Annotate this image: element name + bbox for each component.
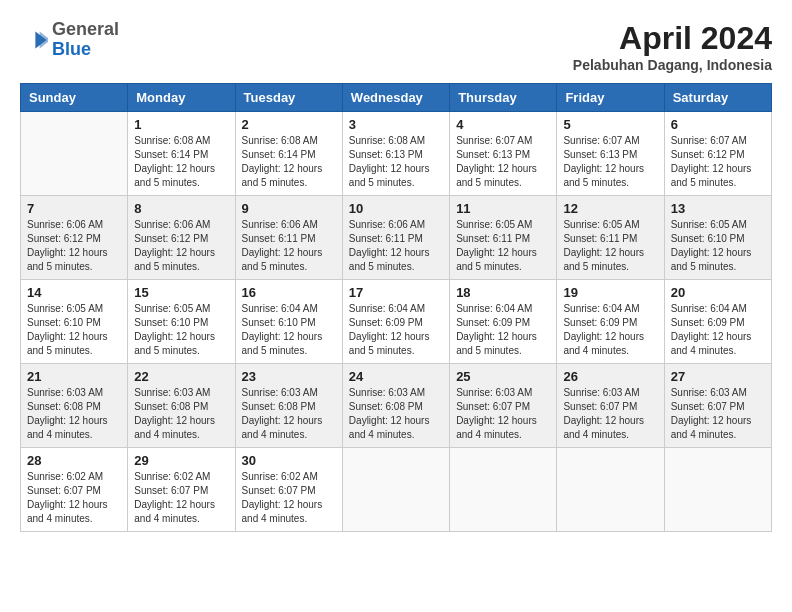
calendar-cell: 24Sunrise: 6:03 AM Sunset: 6:08 PM Dayli… <box>342 364 449 448</box>
day-info: Sunrise: 6:02 AM Sunset: 6:07 PM Dayligh… <box>134 470 228 526</box>
day-info: Sunrise: 6:04 AM Sunset: 6:09 PM Dayligh… <box>671 302 765 358</box>
day-info: Sunrise: 6:05 AM Sunset: 6:11 PM Dayligh… <box>563 218 657 274</box>
day-number: 15 <box>134 285 228 300</box>
logo: General Blue <box>20 20 119 60</box>
day-number: 26 <box>563 369 657 384</box>
calendar-cell: 6Sunrise: 6:07 AM Sunset: 6:12 PM Daylig… <box>664 112 771 196</box>
month-title: April 2024 <box>573 20 772 57</box>
day-number: 22 <box>134 369 228 384</box>
day-number: 1 <box>134 117 228 132</box>
day-number: 25 <box>456 369 550 384</box>
day-number: 12 <box>563 201 657 216</box>
day-number: 14 <box>27 285 121 300</box>
logo-text: General Blue <box>52 20 119 60</box>
day-info: Sunrise: 6:08 AM Sunset: 6:14 PM Dayligh… <box>134 134 228 190</box>
calendar-cell <box>450 448 557 532</box>
calendar-cell: 16Sunrise: 6:04 AM Sunset: 6:10 PM Dayli… <box>235 280 342 364</box>
day-number: 10 <box>349 201 443 216</box>
calendar-cell: 8Sunrise: 6:06 AM Sunset: 6:12 PM Daylig… <box>128 196 235 280</box>
day-number: 3 <box>349 117 443 132</box>
calendar-cell: 15Sunrise: 6:05 AM Sunset: 6:10 PM Dayli… <box>128 280 235 364</box>
day-info: Sunrise: 6:07 AM Sunset: 6:13 PM Dayligh… <box>563 134 657 190</box>
calendar-cell: 20Sunrise: 6:04 AM Sunset: 6:09 PM Dayli… <box>664 280 771 364</box>
day-number: 9 <box>242 201 336 216</box>
weekday-header: Friday <box>557 84 664 112</box>
calendar-cell: 22Sunrise: 6:03 AM Sunset: 6:08 PM Dayli… <box>128 364 235 448</box>
day-number: 21 <box>27 369 121 384</box>
day-number: 30 <box>242 453 336 468</box>
weekday-header: Tuesday <box>235 84 342 112</box>
calendar-cell: 1Sunrise: 6:08 AM Sunset: 6:14 PM Daylig… <box>128 112 235 196</box>
weekday-header: Wednesday <box>342 84 449 112</box>
day-number: 18 <box>456 285 550 300</box>
day-info: Sunrise: 6:04 AM Sunset: 6:09 PM Dayligh… <box>563 302 657 358</box>
day-number: 29 <box>134 453 228 468</box>
calendar-cell: 11Sunrise: 6:05 AM Sunset: 6:11 PM Dayli… <box>450 196 557 280</box>
page-header: General Blue April 2024 Pelabuhan Dagang… <box>20 20 772 73</box>
day-info: Sunrise: 6:07 AM Sunset: 6:13 PM Dayligh… <box>456 134 550 190</box>
day-info: Sunrise: 6:05 AM Sunset: 6:10 PM Dayligh… <box>671 218 765 274</box>
day-number: 5 <box>563 117 657 132</box>
day-info: Sunrise: 6:06 AM Sunset: 6:12 PM Dayligh… <box>27 218 121 274</box>
calendar-cell: 23Sunrise: 6:03 AM Sunset: 6:08 PM Dayli… <box>235 364 342 448</box>
day-number: 11 <box>456 201 550 216</box>
calendar-cell: 25Sunrise: 6:03 AM Sunset: 6:07 PM Dayli… <box>450 364 557 448</box>
calendar-cell: 29Sunrise: 6:02 AM Sunset: 6:07 PM Dayli… <box>128 448 235 532</box>
day-number: 2 <box>242 117 336 132</box>
day-info: Sunrise: 6:03 AM Sunset: 6:08 PM Dayligh… <box>349 386 443 442</box>
day-info: Sunrise: 6:08 AM Sunset: 6:14 PM Dayligh… <box>242 134 336 190</box>
day-number: 23 <box>242 369 336 384</box>
calendar-cell: 26Sunrise: 6:03 AM Sunset: 6:07 PM Dayli… <box>557 364 664 448</box>
logo-icon <box>20 26 48 54</box>
calendar-cell <box>557 448 664 532</box>
calendar-cell: 13Sunrise: 6:05 AM Sunset: 6:10 PM Dayli… <box>664 196 771 280</box>
day-info: Sunrise: 6:03 AM Sunset: 6:08 PM Dayligh… <box>134 386 228 442</box>
day-info: Sunrise: 6:02 AM Sunset: 6:07 PM Dayligh… <box>27 470 121 526</box>
day-info: Sunrise: 6:06 AM Sunset: 6:12 PM Dayligh… <box>134 218 228 274</box>
day-number: 17 <box>349 285 443 300</box>
day-number: 7 <box>27 201 121 216</box>
calendar-cell <box>21 112 128 196</box>
day-number: 19 <box>563 285 657 300</box>
weekday-header: Sunday <box>21 84 128 112</box>
calendar-cell: 28Sunrise: 6:02 AM Sunset: 6:07 PM Dayli… <box>21 448 128 532</box>
day-info: Sunrise: 6:04 AM Sunset: 6:10 PM Dayligh… <box>242 302 336 358</box>
day-number: 13 <box>671 201 765 216</box>
day-info: Sunrise: 6:03 AM Sunset: 6:08 PM Dayligh… <box>27 386 121 442</box>
day-info: Sunrise: 6:03 AM Sunset: 6:07 PM Dayligh… <box>671 386 765 442</box>
location-subtitle: Pelabuhan Dagang, Indonesia <box>573 57 772 73</box>
day-info: Sunrise: 6:08 AM Sunset: 6:13 PM Dayligh… <box>349 134 443 190</box>
day-info: Sunrise: 6:03 AM Sunset: 6:07 PM Dayligh… <box>456 386 550 442</box>
day-number: 8 <box>134 201 228 216</box>
day-number: 27 <box>671 369 765 384</box>
calendar-cell: 7Sunrise: 6:06 AM Sunset: 6:12 PM Daylig… <box>21 196 128 280</box>
day-info: Sunrise: 6:05 AM Sunset: 6:10 PM Dayligh… <box>134 302 228 358</box>
day-info: Sunrise: 6:03 AM Sunset: 6:08 PM Dayligh… <box>242 386 336 442</box>
day-info: Sunrise: 6:06 AM Sunset: 6:11 PM Dayligh… <box>242 218 336 274</box>
day-info: Sunrise: 6:05 AM Sunset: 6:11 PM Dayligh… <box>456 218 550 274</box>
calendar-cell: 12Sunrise: 6:05 AM Sunset: 6:11 PM Dayli… <box>557 196 664 280</box>
calendar-table: SundayMondayTuesdayWednesdayThursdayFrid… <box>20 83 772 532</box>
logo-blue: Blue <box>52 39 91 59</box>
calendar-cell <box>342 448 449 532</box>
day-number: 4 <box>456 117 550 132</box>
day-info: Sunrise: 6:07 AM Sunset: 6:12 PM Dayligh… <box>671 134 765 190</box>
day-info: Sunrise: 6:05 AM Sunset: 6:10 PM Dayligh… <box>27 302 121 358</box>
logo-general: General <box>52 19 119 39</box>
day-info: Sunrise: 6:04 AM Sunset: 6:09 PM Dayligh… <box>456 302 550 358</box>
calendar-cell: 3Sunrise: 6:08 AM Sunset: 6:13 PM Daylig… <box>342 112 449 196</box>
calendar-cell: 17Sunrise: 6:04 AM Sunset: 6:09 PM Dayli… <box>342 280 449 364</box>
day-number: 20 <box>671 285 765 300</box>
calendar-cell: 5Sunrise: 6:07 AM Sunset: 6:13 PM Daylig… <box>557 112 664 196</box>
calendar-cell: 18Sunrise: 6:04 AM Sunset: 6:09 PM Dayli… <box>450 280 557 364</box>
calendar-cell: 30Sunrise: 6:02 AM Sunset: 6:07 PM Dayli… <box>235 448 342 532</box>
calendar-cell <box>664 448 771 532</box>
day-info: Sunrise: 6:04 AM Sunset: 6:09 PM Dayligh… <box>349 302 443 358</box>
title-block: April 2024 Pelabuhan Dagang, Indonesia <box>573 20 772 73</box>
calendar-cell: 4Sunrise: 6:07 AM Sunset: 6:13 PM Daylig… <box>450 112 557 196</box>
calendar-cell: 19Sunrise: 6:04 AM Sunset: 6:09 PM Dayli… <box>557 280 664 364</box>
calendar-cell: 21Sunrise: 6:03 AM Sunset: 6:08 PM Dayli… <box>21 364 128 448</box>
weekday-header: Thursday <box>450 84 557 112</box>
svg-marker-1 <box>40 31 48 48</box>
calendar-cell: 27Sunrise: 6:03 AM Sunset: 6:07 PM Dayli… <box>664 364 771 448</box>
